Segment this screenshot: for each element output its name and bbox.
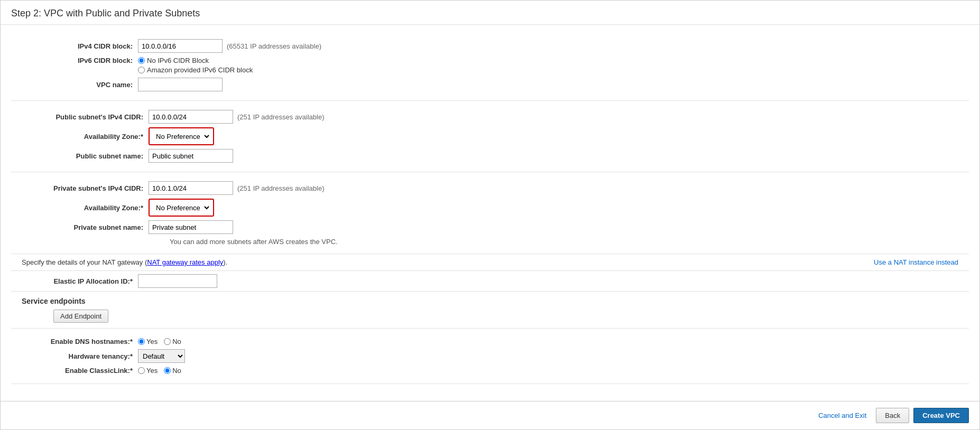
- page-title: Step 2: VPC with Public and Private Subn…: [11, 8, 969, 19]
- ipv6-cidr-label: IPv6 CIDR block:: [22, 57, 138, 64]
- elastic-ip-input[interactable]: [138, 274, 217, 288]
- vpc-config-section: IPv4 CIDR block: (65531 IP addresses ava…: [11, 30, 969, 101]
- classiclink-no-radio[interactable]: [164, 367, 171, 374]
- hardware-tenancy-label: Hardware tenancy:*: [22, 352, 138, 360]
- public-cidr-label: Public subnet's IPv4 CIDR:: [22, 113, 149, 121]
- footer-bar: Cancel and Exit Back Create VPC: [1, 401, 979, 429]
- classiclink-no-item: No: [164, 367, 181, 375]
- cancel-exit-button[interactable]: Cancel and Exit: [813, 408, 872, 423]
- private-subnet-name-input[interactable]: [149, 220, 233, 234]
- back-button[interactable]: Back: [876, 408, 909, 423]
- private-subnet-section: Private subnet's IPv4 CIDR: (251 IP addr…: [11, 172, 969, 254]
- create-vpc-button[interactable]: Create VPC: [913, 408, 969, 423]
- public-cidr-input[interactable]: [149, 110, 233, 124]
- dns-hostnames-label: Enable DNS hostnames:*: [22, 338, 138, 345]
- add-endpoint-button[interactable]: Add Endpoint: [53, 310, 108, 323]
- elastic-ip-label: Elastic IP Allocation ID:*: [22, 277, 138, 285]
- vpc-name-row: VPC name:: [11, 78, 969, 91]
- public-subnet-section: Public subnet's IPv4 CIDR: (251 IP addre…: [11, 101, 969, 172]
- public-subnet-name-row: Public subnet name:: [11, 149, 969, 163]
- ipv6-amazon-label[interactable]: Amazon provided IPv6 CIDR block: [147, 66, 253, 74]
- public-subnet-name-label: Public subnet name:: [22, 152, 149, 160]
- nat-gateway-description: Specify the details of your NAT gateway …: [22, 258, 227, 266]
- ipv6-radio-group: No IPv6 CIDR Block Amazon provided IPv6 …: [138, 57, 253, 74]
- public-az-select[interactable]: No Preference us-east-1a us-east-1b us-e…: [152, 129, 211, 143]
- private-cidr-hint: (251 IP addresses available): [237, 184, 325, 192]
- nat-instance-link[interactable]: Use a NAT instance instead: [874, 258, 958, 266]
- hardware-tenancy-row: Hardware tenancy:* Default Dedicated: [11, 349, 969, 363]
- dns-yes-label[interactable]: Yes: [146, 338, 158, 345]
- form-content: IPv4 CIDR block: (65531 IP addresses ava…: [1, 25, 979, 401]
- vpc-name-label: VPC name:: [22, 81, 138, 89]
- ipv6-no-block-label[interactable]: No IPv6 CIDR Block: [147, 57, 209, 64]
- private-subnet-name-label: Private subnet name:: [22, 223, 149, 231]
- public-cidr-hint: (251 IP addresses available): [237, 113, 325, 121]
- public-az-label: Availability Zone:*: [22, 133, 149, 141]
- ipv6-no-block-row: No IPv6 CIDR Block: [138, 57, 253, 64]
- ipv6-amazon-row: Amazon provided IPv6 CIDR block: [138, 66, 253, 74]
- dns-hostnames-row: Enable DNS hostnames:* Yes No: [11, 338, 969, 345]
- ipv6-no-block-radio[interactable]: [138, 57, 145, 64]
- ipv4-cidr-input[interactable]: [138, 39, 223, 53]
- classiclink-yes-item: Yes: [138, 367, 158, 375]
- private-cidr-row: Private subnet's IPv4 CIDR: (251 IP addr…: [11, 181, 969, 195]
- classiclink-yes-radio[interactable]: [138, 367, 145, 374]
- dns-yes-item: Yes: [138, 338, 158, 345]
- classiclink-no-label[interactable]: No: [172, 367, 181, 375]
- public-cidr-row: Public subnet's IPv4 CIDR: (251 IP addre…: [11, 110, 969, 124]
- classiclink-yes-label[interactable]: Yes: [146, 367, 158, 375]
- classiclink-row: Enable ClassicLink:* Yes No: [11, 367, 969, 375]
- nat-gateway-text2: ).: [223, 258, 227, 266]
- ipv6-amazon-radio[interactable]: [138, 67, 145, 73]
- nat-gateway-section: Specify the details of your NAT gateway …: [11, 254, 969, 271]
- dns-no-radio[interactable]: [164, 338, 171, 345]
- add-more-subnets-text: You can add more subnets after AWS creat…: [11, 238, 969, 246]
- ipv6-cidr-row: IPv6 CIDR block: No IPv6 CIDR Block Amaz…: [11, 57, 969, 74]
- page-header: Step 2: VPC with Public and Private Subn…: [1, 1, 979, 25]
- private-cidr-input[interactable]: [149, 181, 233, 195]
- private-az-label: Availability Zone:*: [22, 204, 149, 212]
- dns-no-label[interactable]: No: [172, 338, 181, 345]
- ipv4-cidr-label: IPv4 CIDR block:: [22, 42, 138, 50]
- private-az-select[interactable]: No Preference us-east-1a us-east-1b us-e…: [152, 201, 211, 214]
- private-cidr-label: Private subnet's IPv4 CIDR:: [22, 184, 149, 192]
- public-subnet-name-input[interactable]: [149, 149, 233, 163]
- dns-no-item: No: [164, 338, 181, 345]
- service-endpoints-header: Service endpoints: [22, 297, 958, 305]
- dns-radio-group: Yes No: [138, 338, 181, 345]
- classiclink-label: Enable ClassicLink:*: [22, 367, 138, 375]
- vpc-name-input[interactable]: [138, 78, 223, 91]
- nat-gateway-link[interactable]: NAT gateway rates apply: [147, 258, 223, 266]
- ipv4-cidr-row: IPv4 CIDR block: (65531 IP addresses ava…: [11, 39, 969, 53]
- private-subnet-name-row: Private subnet name:: [11, 220, 969, 234]
- elastic-ip-row: Elastic IP Allocation ID:*: [11, 271, 969, 292]
- dns-yes-radio[interactable]: [138, 338, 145, 345]
- hardware-tenancy-select[interactable]: Default Dedicated: [138, 349, 185, 363]
- service-endpoints-section: Service endpoints Add Endpoint: [11, 292, 969, 329]
- dns-section: Enable DNS hostnames:* Yes No Hardware t…: [11, 329, 969, 384]
- public-az-wrapper: No Preference us-east-1a us-east-1b us-e…: [149, 127, 214, 145]
- ipv4-cidr-hint: (65531 IP addresses available): [227, 42, 321, 50]
- public-az-row: Availability Zone:* No Preference us-eas…: [11, 127, 969, 145]
- private-az-wrapper: No Preference us-east-1a us-east-1b us-e…: [149, 199, 214, 217]
- classiclink-radio-group: Yes No: [138, 367, 181, 375]
- nat-gateway-text: Specify the details of your NAT gateway …: [22, 258, 147, 266]
- private-az-row: Availability Zone:* No Preference us-eas…: [11, 199, 969, 217]
